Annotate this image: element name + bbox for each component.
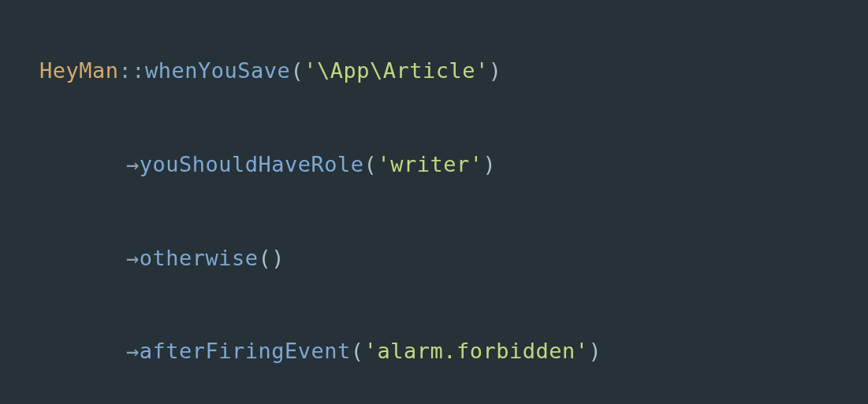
code-line-3: →otherwise()	[39, 235, 829, 281]
close-paren-token: )	[271, 246, 285, 270]
method-token: afterFiringEvent	[140, 339, 351, 363]
code-line-4: →afterFiringEvent('alarm.forbidden')	[39, 328, 829, 374]
scope-resolution-token: ::	[119, 58, 146, 83]
code-line-2: →youShouldHaveRole('writer')	[39, 141, 829, 187]
string-token: '\App\Article'	[304, 58, 489, 83]
class-token: HeyMan	[39, 58, 119, 83]
string-token: 'alarm.forbidden'	[364, 339, 589, 363]
close-paren-token: )	[489, 58, 502, 83]
open-paren-token: (	[364, 152, 378, 176]
method-token: otherwise	[140, 246, 259, 270]
arrow-token: →	[126, 339, 140, 363]
code-line-1: HeyMan::whenYouSave('\App\Article')	[39, 47, 829, 94]
open-paren-token: (	[351, 339, 364, 363]
method-token: youShouldHaveRole	[140, 152, 364, 176]
open-paren-token: (	[290, 58, 304, 83]
code-block: HeyMan::whenYouSave('\App\Article') →you…	[39, 47, 829, 404]
method-token: whenYouSave	[145, 58, 290, 83]
arrow-token: →	[126, 152, 140, 176]
arrow-token: →	[126, 246, 140, 270]
open-paren-token: (	[259, 246, 272, 270]
close-paren-token: )	[588, 339, 602, 363]
string-token: 'writer'	[377, 152, 482, 176]
close-paren-token: )	[482, 152, 496, 176]
